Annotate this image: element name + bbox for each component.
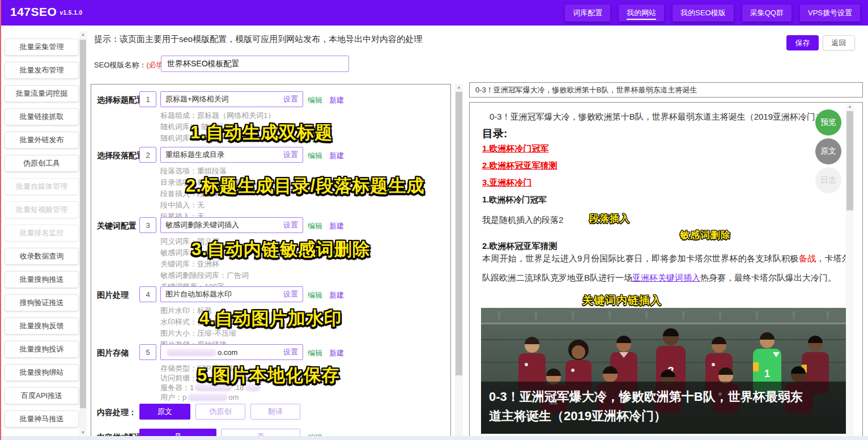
sidebar-item-批量流量词挖掘[interactable]: 批量流量词挖掘: [5, 85, 79, 102]
config-number-input[interactable]: 3: [139, 217, 156, 233]
config-detail-line: 标题组成：原标题（网络相关词1）: [160, 111, 275, 121]
sidebar-item-批量发布管理[interactable]: 批量发布管理: [5, 62, 79, 79]
edit-link[interactable]: 编辑: [308, 221, 322, 231]
config-number-input[interactable]: 5: [139, 344, 156, 360]
set-link[interactable]: 设置: [283, 150, 298, 160]
save-button[interactable]: 保存: [786, 35, 819, 50]
article-scrollbar-thumb[interactable]: [846, 111, 853, 210]
create-link[interactable]: 新建: [329, 95, 344, 105]
redacted-blur: [167, 349, 216, 356]
edit-link[interactable]: 编辑: [308, 290, 322, 301]
sidebar-item-批量外链发布[interactable]: 批量外链发布: [5, 132, 79, 149]
config-row-label: 关键词配置: [97, 221, 137, 231]
text-fragment: 敏感词删除关键词插入: [165, 220, 239, 230]
article-scrollbar[interactable]: ▲: [846, 103, 854, 440]
set-link[interactable]: 设置: [283, 94, 298, 104]
nav-item-我的SEO模版[interactable]: 我的SEO模版: [673, 5, 733, 22]
text-fragment: 服务器：1: [160, 383, 194, 392]
set-link[interactable]: 设置: [283, 289, 298, 299]
sidebar-item-批量链接抓取[interactable]: 批量链接抓取: [5, 108, 79, 125]
nav-item-label: 我的网站: [627, 9, 656, 20]
source-button[interactable]: 原文: [815, 138, 841, 164]
generated-title-input[interactable]: 0-3！亚洲冠军爆大冷，惨败欧洲第十B队，世界杯最弱东道主将诞生: [469, 82, 863, 98]
config-value-input[interactable]: 原标题+网络相关词设置: [160, 91, 303, 107]
set-link[interactable]: 设置: [283, 347, 298, 357]
content-process-翻译[interactable]: 翻译: [250, 404, 300, 420]
window-bottom-edge: [0, 436, 868, 440]
top-nav: 词库配置我的网站我的SEO模版采集QQ群VPS拨号设置: [565, 5, 860, 22]
config-value-input[interactable]: 重组标题生成目录设置: [160, 147, 303, 163]
sidebar-item-批量搜狗反馈[interactable]: 批量搜狗反馈: [5, 318, 79, 335]
config-number-input[interactable]: 1: [139, 91, 156, 107]
article-toc-link-3[interactable]: 3.亚洲杯冷门: [482, 177, 532, 188]
set-link[interactable]: 设置: [283, 220, 298, 230]
sidebar-item-收录数据查询[interactable]: 收录数据查询: [5, 248, 79, 265]
nav-item-词库配置[interactable]: 词库配置: [565, 5, 610, 22]
sidebar-item-批量搜狗推送[interactable]: 批量搜狗推送: [5, 271, 79, 288]
scroll-up-icon[interactable]: ▲: [79, 32, 87, 36]
annotation-dual-title: 1.自动生成双标题: [190, 121, 333, 145]
redacted-blur: [188, 394, 227, 401]
paragraph-text: 本周开始，世界足坛进入9月份国际比赛日，即将参加卡塔尔世界杯的各支球队积极: [482, 253, 799, 263]
text-fragment: 访问前缀：: [160, 374, 197, 382]
annotation-paragraph-insert: 段落插入: [589, 212, 630, 225]
sidebar-item-伪原创工具[interactable]: 伪原创工具: [5, 155, 79, 172]
sidebar-item-百度API推送[interactable]: 百度API推送: [5, 387, 79, 404]
config-value-input[interactable]: 敏感词删除关键词插入设置: [160, 217, 303, 233]
config-row-label: 图片存储: [97, 348, 129, 358]
annotation-watermark: 4.自动图片加水印: [199, 307, 342, 331]
config-detail-line: 敏感词删除段词库：广告词: [160, 270, 249, 281]
article-title: 0-3！亚洲冠军爆大冷，惨败欧洲第十B队，世界杯最弱东道主将诞生（2019亚洲杯…: [487, 112, 827, 122]
sidebar-item-批量搜狗绑站[interactable]: 批量搜狗绑站: [5, 364, 79, 381]
article-toc-link-2[interactable]: 2.欧洲杯冠亚军猜测: [482, 160, 558, 171]
text-fragment: 图片自动加标题水印: [165, 289, 232, 299]
config-value-input[interactable]: o.com设置: [160, 344, 303, 360]
scroll-down-icon[interactable]: ▼: [79, 430, 87, 434]
sidebar-item-批量采集管理[interactable]: 批量采集管理: [5, 39, 79, 56]
nav-item-采集QQ群[interactable]: 采集QQ群: [742, 5, 792, 22]
nav-item-我的网站[interactable]: 我的网站: [619, 5, 664, 22]
config-number-input[interactable]: 2: [139, 147, 156, 163]
text-fragment: 用户：p: [160, 393, 186, 401]
photo-caption-line2: 道主将诞生（2019亚洲杯冷门）: [489, 409, 666, 423]
edit-link[interactable]: 编辑: [308, 95, 322, 105]
article-toc-link-1[interactable]: 1.欧洲杯冷门冠军: [482, 143, 549, 154]
main-scrollbar[interactable]: ▲ ▼: [79, 31, 87, 435]
create-link[interactable]: 新建: [329, 290, 344, 301]
config-scrollbar[interactable]: ▲ ▼: [455, 84, 463, 440]
paragraph-text: 热身赛，最终卡塔尔队爆出大冷门。: [700, 273, 836, 282]
article-section1-heading: 1.欧洲杯冷门冠军: [482, 194, 547, 205]
config-number-input[interactable]: 4: [139, 286, 156, 302]
nav-item-VPS拨号设置[interactable]: VPS拨号设置: [800, 5, 860, 22]
back-button[interactable]: 返回: [823, 35, 855, 50]
sidebar-item-批量搜狗投诉[interactable]: 批量搜狗投诉: [5, 341, 79, 358]
content-process-伪原创[interactable]: 伪原创: [195, 404, 245, 420]
template-name-label: SEO模版名称：(必填): [94, 60, 166, 70]
config-scrollbar-thumb[interactable]: [456, 92, 462, 375]
edit-link[interactable]: 编辑: [308, 348, 322, 358]
config-value-input[interactable]: 图片自动加标题水印设置: [160, 286, 303, 302]
create-link[interactable]: 新建: [329, 151, 344, 161]
page-tip: 提示：该页面主要用于seo模版配置，模版可应用到网站发布，本地导出中对内容的处理: [94, 34, 422, 45]
sidebar-item-搜狗验证推送[interactable]: 搜狗验证推送: [5, 294, 79, 311]
main-scrollbar-thumb[interactable]: [80, 40, 86, 408]
sidebar-item-批量排名监控: 批量排名监控: [5, 225, 79, 242]
create-link[interactable]: 新建: [329, 348, 344, 358]
config-detail-line: 用户：pom: [160, 392, 239, 403]
window-left-edge: [0, 0, 1, 440]
text-fragment: 敏感词删除段词库：广告词: [160, 271, 249, 280]
create-link[interactable]: 新建: [329, 221, 344, 231]
template-name-input[interactable]: 世界杯SEO模板配置: [161, 56, 349, 72]
preview-button[interactable]: 预览: [815, 109, 841, 136]
annotation-sensitive-delete: 敏感词删除: [680, 229, 731, 242]
edit-link[interactable]: 编辑: [308, 151, 322, 161]
scroll-up-icon[interactable]: ▲: [846, 104, 854, 108]
content-process-原文[interactable]: 原文: [139, 404, 190, 420]
keyword-inline-link[interactable]: 亚洲杯关键词插入: [632, 273, 700, 282]
scroll-up-icon[interactable]: ▲: [455, 85, 463, 89]
text-fragment: 原标题+网络相关词: [165, 94, 229, 104]
annotation-keyword-link: 关键词内链插入: [582, 293, 662, 308]
sidebar-item-批量神马推送[interactable]: 批量神马推送: [5, 411, 79, 428]
log-button[interactable]: 日志: [815, 167, 841, 193]
svg-text:1: 1: [764, 368, 770, 379]
